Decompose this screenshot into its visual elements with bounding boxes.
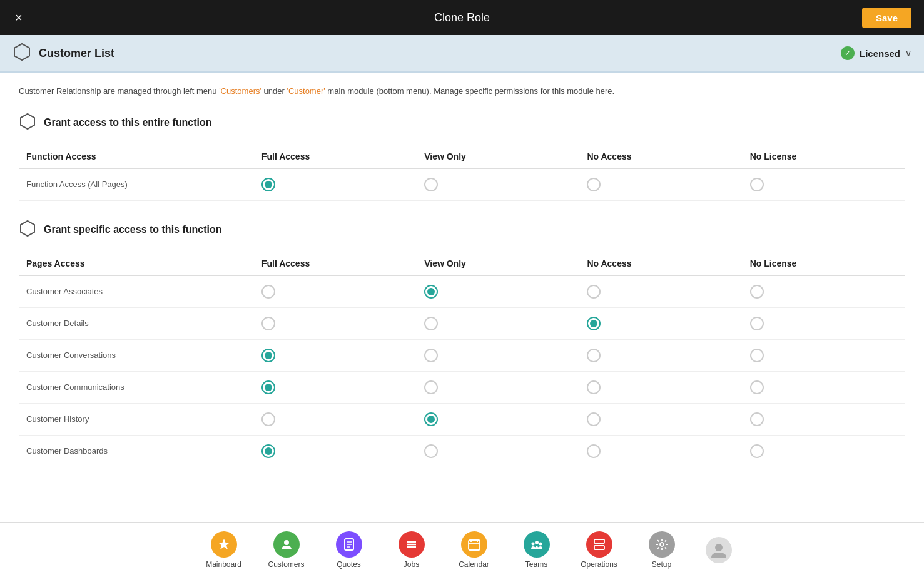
pa-row-noaccess-0[interactable]	[579, 275, 742, 308]
radio-noaccess-4[interactable]	[587, 412, 601, 426]
nav-item-customers[interactable]: Customers	[255, 526, 318, 574]
table-row: Customer Details	[19, 307, 905, 339]
fa-row-nolicense[interactable]	[743, 168, 905, 201]
radio-nolicense-3[interactable]	[750, 380, 764, 394]
radio-view-3[interactable]	[424, 380, 438, 394]
radio-nolicense-2[interactable]	[750, 349, 764, 362]
fa-row-noaccess[interactable]	[579, 168, 742, 201]
svg-point-16	[535, 541, 539, 544]
svg-point-18	[539, 542, 542, 545]
licensed-badge: ✓ Licensed ∨	[841, 46, 911, 60]
calendar-icon	[461, 531, 487, 558]
pa-row-view-1[interactable]	[417, 307, 579, 339]
close-button[interactable]: ×	[15, 11, 23, 24]
svg-point-17	[531, 542, 534, 545]
radio-view-2[interactable]	[424, 349, 438, 362]
pa-col-noaccess: No Access	[579, 252, 742, 275]
nav-item-jobs[interactable]: Jobs	[380, 526, 443, 574]
customers-icon	[273, 531, 300, 558]
module-hex-icon	[13, 43, 31, 64]
fa-col-noaccess: No Access	[579, 145, 742, 168]
operations-label: Operations	[581, 560, 617, 569]
radio-nolicense-4[interactable]	[750, 412, 764, 426]
pa-row-noaccess-1[interactable]	[579, 307, 742, 339]
function-access-table: Function Access Full Access View Only No…	[19, 145, 905, 201]
nav-item-quotes[interactable]: Quotes	[318, 526, 380, 574]
mainboard-label: Mainboard	[206, 560, 241, 569]
radio-full-5[interactable]	[261, 444, 275, 458]
customers-label: Customers	[268, 560, 304, 569]
radio-no-license[interactable]	[750, 178, 764, 191]
pa-row-noaccess-5[interactable]	[579, 435, 742, 467]
radio-view-0[interactable]	[424, 285, 438, 299]
pa-row-name-4: Customer History	[19, 403, 254, 435]
save-button[interactable]: Save	[862, 8, 911, 28]
pa-row-name-5: Customer Dashboards	[19, 435, 254, 467]
pa-row-noaccess-3[interactable]	[579, 371, 742, 403]
radio-full-2[interactable]	[261, 349, 275, 362]
pa-row-nolicense-3[interactable]	[743, 371, 905, 403]
pa-row-nolicense-5[interactable]	[743, 435, 905, 467]
pa-row-nolicense-2[interactable]	[743, 339, 905, 371]
radio-noaccess-5[interactable]	[587, 444, 601, 458]
pa-row-view-0[interactable]	[417, 275, 579, 308]
pa-row-full-5[interactable]	[254, 435, 417, 467]
pa-row-noaccess-2[interactable]	[579, 339, 742, 371]
grant-specific-section: Grant specific access to this function	[19, 220, 905, 240]
svg-rect-20	[594, 546, 604, 549]
pa-row-full-4[interactable]	[254, 403, 417, 435]
radio-full-0[interactable]	[261, 285, 275, 299]
grant-entire-section: Grant access to this entire function	[19, 113, 905, 133]
radio-noaccess-0[interactable]	[587, 285, 601, 299]
pa-row-view-3[interactable]	[417, 371, 579, 403]
nav-item-teams[interactable]: Teams	[505, 526, 568, 574]
pa-row-nolicense-1[interactable]	[743, 307, 905, 339]
nav-item-mainboard[interactable]: Mainboard	[193, 526, 255, 574]
pa-row-nolicense-0[interactable]	[743, 275, 905, 308]
radio-noaccess-1[interactable]	[587, 317, 601, 330]
setup-label: Setup	[652, 560, 671, 569]
description-text: Customer Relationship are managed throug…	[19, 85, 905, 98]
nav-item-setup[interactable]: Setup	[631, 526, 693, 574]
pa-row-full-0[interactable]	[254, 275, 417, 308]
pa-row-noaccess-4[interactable]	[579, 403, 742, 435]
nav-item-operations[interactable]: Operations	[568, 526, 631, 574]
pa-row-full-3[interactable]	[254, 371, 417, 403]
radio-no-access[interactable]	[587, 178, 601, 191]
nav-item-calendar[interactable]: Calendar	[443, 526, 505, 574]
quotes-label: Quotes	[337, 560, 361, 569]
svg-marker-3	[218, 539, 230, 549]
pa-row-view-5[interactable]	[417, 435, 579, 467]
svg-marker-0	[14, 44, 29, 60]
licensed-text: Licensed	[860, 48, 900, 59]
radio-view-only[interactable]	[424, 178, 438, 191]
pa-row-full-2[interactable]	[254, 339, 417, 371]
radio-nolicense-0[interactable]	[750, 285, 764, 299]
radio-noaccess-3[interactable]	[587, 380, 601, 394]
pa-row-view-2[interactable]	[417, 339, 579, 371]
scroll-area[interactable]: Customer Relationship are managed throug…	[0, 73, 924, 522]
radio-full-1[interactable]	[261, 317, 275, 330]
radio-view-1[interactable]	[424, 317, 438, 330]
pa-col-pages: Pages Access	[19, 252, 254, 275]
fa-row-full[interactable]	[254, 168, 417, 201]
pa-row-name-2: Customer Conversations	[19, 339, 254, 371]
fa-col-full: Full Access	[254, 145, 417, 168]
grant-entire-hex-icon	[19, 113, 36, 133]
radio-nolicense-1[interactable]	[750, 317, 764, 330]
radio-noaccess-2[interactable]	[587, 349, 601, 362]
radio-view-5[interactable]	[424, 444, 438, 458]
pa-row-view-4[interactable]	[417, 403, 579, 435]
chevron-down-icon[interactable]: ∨	[905, 48, 911, 58]
pa-row-nolicense-4[interactable]	[743, 403, 905, 435]
user-avatar[interactable]	[706, 537, 732, 563]
radio-full-access[interactable]	[261, 178, 275, 191]
radio-view-4[interactable]	[424, 412, 438, 426]
radio-full-4[interactable]	[261, 412, 275, 426]
radio-full-3[interactable]	[261, 380, 275, 394]
pa-row-full-1[interactable]	[254, 307, 417, 339]
radio-nolicense-5[interactable]	[750, 444, 764, 458]
fa-row-view[interactable]	[417, 168, 579, 201]
module-header: Customer List ✓ Licensed ∨	[0, 35, 924, 73]
setup-icon	[649, 531, 675, 558]
